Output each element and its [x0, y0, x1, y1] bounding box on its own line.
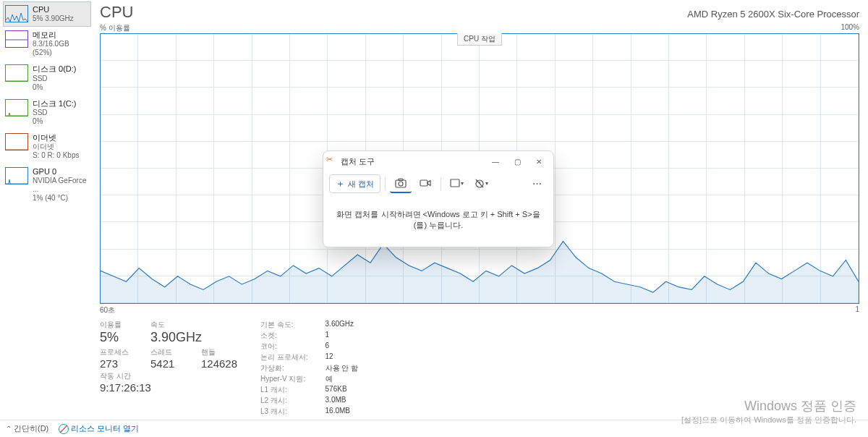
- spec-value: 1: [326, 331, 359, 341]
- delay-button[interactable]: ▾: [470, 174, 492, 193]
- spec-value: 예: [326, 374, 359, 384]
- maximize-button[interactable]: ▢: [507, 154, 527, 169]
- video-icon: [420, 179, 431, 187]
- svg-point-2: [399, 182, 403, 186]
- snipping-tool-window[interactable]: 캡처 도구 — ▢ ✕ ＋ 새 캡처 ▾ ▾ ⋯ 화면: [323, 150, 554, 247]
- dialog-hint: 화면 캡처를 시작하려면 <Windows 로고 키 + Shift + S>을…: [323, 199, 553, 247]
- stat-speed: 3.90GHz: [150, 330, 202, 346]
- spec-value: 16.0MB: [326, 407, 359, 417]
- spec-value: 12: [326, 352, 359, 362]
- more-button[interactable]: ⋯: [526, 174, 548, 193]
- sidebar-title: 디스크 0(D:): [33, 64, 77, 74]
- fewer-details-label: 간단히(D): [14, 423, 48, 434]
- sidebar-title: 이더넷: [33, 133, 79, 143]
- spec-label: 코어:: [260, 341, 308, 352]
- video-mode-button[interactable]: [414, 174, 436, 193]
- spec-value: 576KB: [326, 385, 359, 395]
- stat-util: 5%: [100, 330, 137, 346]
- sidebar: CPU 5% 3.90GHz 메모리 8.3/16.0GB (52%) 디스크 …: [0, 0, 94, 420]
- x-axis-min: 60초: [100, 305, 115, 315]
- spec-value: 3.60GHz: [326, 320, 359, 330]
- svg-rect-3: [399, 179, 403, 181]
- sidebar-item--[interactable]: 이더넷 이더넷 S: 0 R: 0 Kbps: [3, 130, 91, 164]
- spec-label: 가상화:: [260, 363, 308, 373]
- scissors-icon: [328, 157, 336, 166]
- page-subtitle: AMD Ryzen 5 2600X Six-Core Processor: [687, 9, 859, 20]
- svg-rect-5: [451, 179, 459, 187]
- spec-value: 사용 안 함: [326, 363, 359, 373]
- plus-icon: ＋: [336, 177, 345, 190]
- sidebar-title: GPU 0: [33, 167, 89, 177]
- stat-thread: 5421: [150, 357, 188, 370]
- sidebar-sub1: SSD: [33, 109, 77, 117]
- spec-label: Hyper-V 지원:: [260, 374, 308, 384]
- stat-label-uptime: 작동 시간: [100, 371, 151, 381]
- stat-label-util: 이용률: [100, 320, 137, 330]
- sidebar-sub1: 이더넷: [33, 143, 79, 151]
- x-axis-max: 1: [855, 305, 859, 315]
- new-capture-button[interactable]: ＋ 새 캡처: [329, 174, 380, 193]
- sidebar-title: CPU: [33, 5, 74, 14]
- open-resmon-label: 리소스 모니터 열기: [71, 423, 139, 434]
- dialog-title: 캡처 도구: [341, 156, 375, 167]
- shape-mode-button[interactable]: ▾: [446, 174, 467, 193]
- more-icon: ⋯: [532, 178, 542, 189]
- spec-label: 소켓:: [260, 331, 308, 341]
- spec-value: 3.0MB: [326, 396, 359, 406]
- spec-label: L2 캐시:: [260, 396, 308, 406]
- sidebar-sub2: S: 0 R: 0 Kbps: [33, 151, 79, 160]
- minimize-button[interactable]: —: [485, 154, 506, 169]
- sidebar-sub2: 0%: [33, 117, 77, 126]
- stat-uptime: 9:17:26:13: [100, 381, 151, 394]
- spec-label: L1 캐시:: [260, 385, 308, 395]
- sidebar-thumb: [5, 5, 28, 22]
- sidebar-item-gpu-0[interactable]: GPU 0 NVIDIA GeForce ... 1% (40 °C): [3, 164, 91, 206]
- open-resmon-link[interactable]: 리소스 모니터 열기: [59, 423, 139, 434]
- sidebar-sub1: NVIDIA GeForce ...: [33, 177, 89, 194]
- stat-proc: 273: [100, 357, 137, 370]
- page-title: CPU: [100, 3, 133, 22]
- fewer-details-button[interactable]: ⌃ 간단히(D): [6, 423, 48, 434]
- y-axis-label: % 이용률: [100, 23, 130, 33]
- stat-label-proc: 프로세스: [100, 347, 137, 357]
- stat-label-handle: 핸들: [201, 347, 239, 357]
- svg-rect-4: [420, 180, 427, 186]
- sidebar-sub2: 1% (40 °C): [33, 194, 89, 203]
- spec-value: 6: [326, 341, 359, 352]
- spec-label: 기본 속도:: [260, 320, 308, 330]
- sidebar-item--1-c-[interactable]: 디스크 1(C:) SSD 0%: [3, 96, 91, 130]
- sidebar-sub1: 5% 3.90GHz: [33, 14, 74, 23]
- rect-icon: [450, 179, 460, 187]
- camera-mode-button[interactable]: [390, 174, 412, 193]
- sidebar-sub1: SSD: [33, 75, 77, 83]
- camera-icon: [395, 178, 407, 188]
- svg-marker-0: [101, 241, 859, 303]
- stat-label-speed: 속도: [150, 320, 202, 330]
- timer-off-icon: [475, 178, 485, 188]
- stat-label-thread: 스레드: [150, 347, 188, 357]
- spec-label: 논리 프로세서:: [260, 352, 308, 362]
- stat-handle: 124628: [201, 357, 239, 370]
- sidebar-sub2: 0%: [33, 83, 77, 92]
- sidebar-item--[interactable]: 메모리 8.3/16.0GB (52%): [3, 27, 91, 61]
- sidebar-thumb: [5, 133, 28, 150]
- sidebar-thumb: [5, 167, 28, 184]
- new-capture-label: 새 캡처: [348, 179, 374, 190]
- sidebar-item--0-d-[interactable]: 디스크 0(D:) SSD 0%: [3, 61, 91, 95]
- chevron-up-icon: ⌃: [6, 425, 12, 433]
- sidebar-thumb: [5, 64, 28, 82]
- sidebar-thumb: [5, 30, 28, 48]
- sidebar-item-cpu[interactable]: CPU 5% 3.90GHz: [3, 1, 91, 27]
- spec-table: 기본 속도:3.60GHz소켓:1코어:6논리 프로세서:12가상화:사용 안 …: [260, 320, 358, 417]
- spec-label: L3 캐시:: [260, 407, 308, 417]
- sidebar-title: 메모리: [33, 30, 89, 40]
- sidebar-thumb: [5, 99, 28, 116]
- resmon-icon: [59, 424, 69, 434]
- close-button[interactable]: ✕: [529, 154, 549, 169]
- y-axis-max: 100%: [841, 23, 859, 33]
- sidebar-sub1: 8.3/16.0GB (52%): [33, 40, 89, 57]
- sidebar-title: 디스크 1(C:): [33, 99, 77, 109]
